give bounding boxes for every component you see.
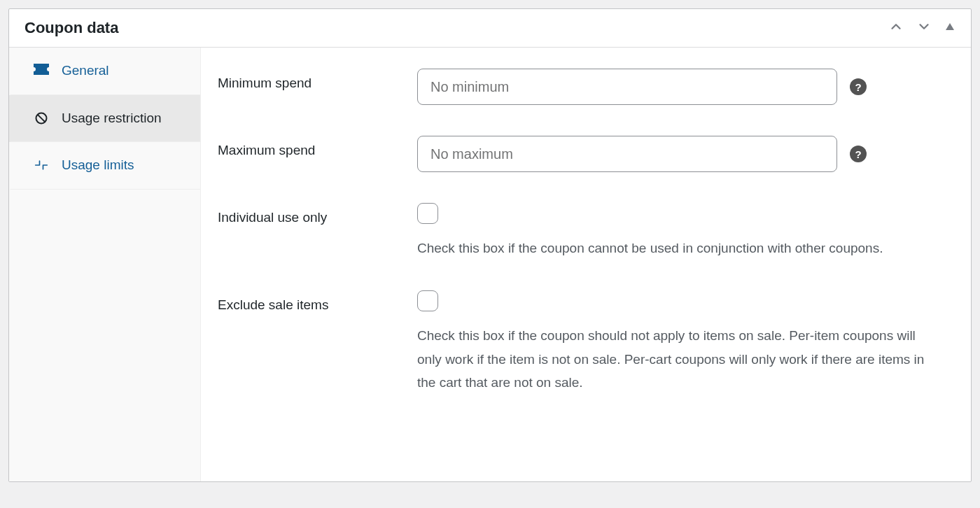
individual-use-help: Check this box if the coupon cannot be u…	[417, 237, 935, 260]
tab-usage-limits[interactable]: Usage limits	[9, 142, 200, 190]
row-individual-use: Individual use only Check this box if th…	[218, 203, 937, 260]
row-field: ?	[417, 69, 937, 105]
row-field: Check this box if the coupon should not …	[417, 290, 937, 394]
coupon-data-panel: Coupon data General	[8, 8, 972, 482]
maximum-spend-input[interactable]	[417, 136, 837, 172]
tab-label: General	[62, 62, 185, 80]
row-exclude-sale: Exclude sale items Check this box if the…	[218, 290, 937, 394]
content: Minimum spend ? Maximum spend ? Individu…	[201, 48, 971, 481]
minimum-spend-input[interactable]	[417, 69, 837, 105]
triangle-up-icon[interactable]	[944, 21, 955, 35]
help-icon[interactable]: ?	[850, 78, 867, 95]
ticket-icon	[34, 62, 49, 75]
svg-line-2	[38, 114, 46, 122]
tab-general[interactable]: General	[9, 48, 200, 95]
help-icon[interactable]: ?	[850, 146, 867, 162]
panel-title: Coupon data	[24, 19, 118, 37]
exclude-sale-help: Check this box if the coupon should not …	[417, 324, 935, 394]
minimum-spend-label: Minimum spend	[218, 69, 417, 91]
contract-icon	[34, 156, 49, 172]
chevron-up-icon[interactable]	[888, 19, 904, 37]
exclude-sale-checkbox[interactable]	[417, 290, 438, 311]
panel-header: Coupon data	[9, 9, 971, 48]
svg-marker-0	[946, 23, 954, 30]
row-maximum-spend: Maximum spend ?	[218, 136, 937, 172]
sidebar: General Usage restriction Usage limits	[9, 48, 201, 481]
tab-label: Usage limits	[62, 156, 185, 175]
panel-controls	[888, 19, 955, 37]
individual-use-label: Individual use only	[218, 203, 417, 225]
exclude-sale-label: Exclude sale items	[218, 290, 417, 313]
row-field: ?	[417, 136, 937, 172]
panel-body: General Usage restriction Usage limits M…	[9, 48, 971, 481]
ban-icon	[34, 109, 49, 125]
tab-usage-restriction[interactable]: Usage restriction	[9, 95, 200, 143]
chevron-down-icon[interactable]	[916, 19, 932, 37]
tab-label: Usage restriction	[62, 109, 185, 128]
row-field: Check this box if the coupon cannot be u…	[417, 203, 937, 260]
row-minimum-spend: Minimum spend ?	[218, 69, 937, 105]
individual-use-checkbox[interactable]	[417, 203, 438, 224]
maximum-spend-label: Maximum spend	[218, 136, 417, 158]
